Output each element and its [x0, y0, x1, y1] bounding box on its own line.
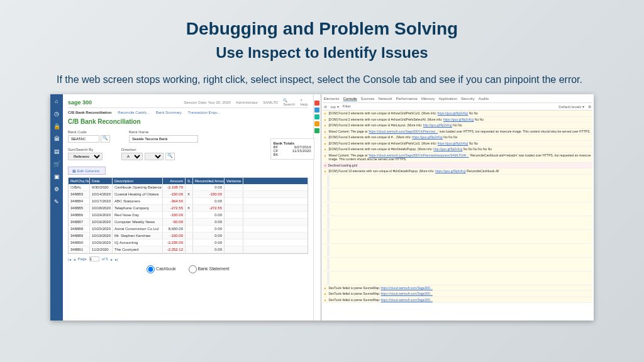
company-name[interactable]: SAMLTD	[263, 101, 278, 104]
table-row[interactable]: 34888310/14/2020Coastal Heating of Ottaw…	[69, 191, 308, 198]
page-input[interactable]	[89, 256, 99, 261]
console-log-row[interactable]: ⊗Declined loading grid	[323, 163, 593, 169]
gear-icon[interactable]: ⚙	[53, 186, 60, 192]
log-link[interactable]: http://goo.gl/9p2vKq)	[423, 123, 452, 127]
search-button[interactable]: 🔍	[165, 153, 175, 160]
column-header[interactable]: Date	[90, 178, 113, 184]
cashbook-radio[interactable]: Cashbook	[147, 265, 175, 273]
console-settings-icon[interactable]: ⚙	[588, 104, 591, 109]
lock-icon[interactable]: 🔒	[53, 123, 60, 129]
table-row[interactable]: 34888810/25/2020Astral Construction Co L…	[69, 226, 308, 233]
console-log-row[interactable]	[323, 202, 593, 216]
console-log-row[interactable]	[323, 175, 593, 189]
log-link[interactable]: https://goo.gl/9p2vKq)	[412, 135, 443, 139]
clock-icon[interactable]: ◷	[53, 111, 60, 117]
console-log-row[interactable]: ▲Mixed Content: The page at 'https://clo…	[323, 129, 593, 135]
console-filter[interactable]: Filter	[343, 104, 351, 109]
devtools-tab-audits[interactable]: Audits	[479, 97, 489, 101]
utility-dot[interactable]	[314, 101, 319, 106]
log-link[interactable]: https://goo.gl/9p2vKq)	[438, 111, 469, 115]
console-log-row[interactable]: ▲[DOM] Found 2 elements with non-unique …	[323, 117, 593, 123]
console-log-row[interactable]: ▲[DOM] Found 10 elements with non-unique…	[323, 168, 593, 175]
table-row[interactable]: 34888510/18/2020Telephone Company-272.55…	[69, 205, 308, 212]
devtools-tab-performance[interactable]: Performance	[396, 97, 418, 101]
log-link[interactable]: https://goo.gl/9p2vKq)	[438, 141, 469, 145]
devtools-tab-network[interactable]: Network	[379, 97, 392, 101]
console-log-row[interactable]	[323, 230, 593, 244]
breadcrumb-item[interactable]: Transaction Enqu...	[188, 111, 221, 114]
log-link[interactable]: https://cloud.wertsoft.com/Sage300...	[381, 298, 433, 302]
utility-dot[interactable]	[314, 107, 319, 112]
folder-icon[interactable]: ▣	[53, 173, 60, 180]
clear-console-icon[interactable]: ⊘	[324, 104, 327, 109]
lookup-icon[interactable]: 🔍	[101, 135, 110, 143]
console-log-row[interactable]: ▲[DOM] Found 6 elements with non-unique …	[323, 146, 593, 153]
direction-select[interactable]: Asc	[121, 153, 143, 160]
log-link[interactable]: https://cloud.wertsoft.com/Sage300/OnPre…	[369, 129, 438, 133]
utility-dot[interactable]	[314, 114, 319, 119]
console-log-row[interactable]: ▲[DOM] Found 2 elements with non-unique …	[323, 111, 593, 117]
devtools-tab-elements[interactable]: Elements	[324, 97, 340, 101]
table-row[interactable]: 34888710/16/2020Computer Weekly News-50.…	[69, 219, 308, 226]
table-row[interactable]: O/BAL9/30/2020Cashbook Opening Balance-2…	[69, 184, 308, 191]
column-header[interactable]: Amount	[163, 178, 186, 184]
cart-icon[interactable]: 🛒	[53, 161, 60, 167]
console-log-row[interactable]: ▲Mixed Content: The page at 'https://clo…	[323, 153, 593, 163]
edit-columns-button[interactable]: ▦ Edit Columns	[68, 167, 106, 175]
log-link[interactable]: https://goo.gl/9p2vKq)	[443, 118, 474, 121]
console-log-row[interactable]: ▲[DOM] Found 2 elements with non-unique …	[323, 123, 593, 129]
utility-dot[interactable]	[314, 128, 319, 133]
console-log-row[interactable]	[323, 216, 593, 230]
log-link[interactable]: https://cloud.wertsoft.com/Sage300...	[381, 286, 433, 290]
column-header[interactable]: S...	[186, 178, 193, 184]
console-log-row[interactable]: ▲[DOM] Found 3 elements with non-unique …	[323, 134, 593, 141]
breadcrumb-item[interactable]: Reconcile Cashb...	[118, 111, 149, 114]
first-page-icon[interactable]: |◂	[68, 257, 71, 261]
bank-icon[interactable]: 🏛	[53, 136, 60, 142]
bank-statement-radio[interactable]: Bank Statement	[189, 265, 230, 273]
devtools-tab-sources[interactable]: Sources	[361, 97, 375, 101]
console-log-row[interactable]: ▲[DOM] Found 2 elements with non-unique …	[323, 141, 593, 147]
help-icon[interactable]: ?Help	[300, 99, 308, 106]
devtools-tab-security[interactable]: Security	[461, 97, 475, 101]
prev-page-icon[interactable]: ◂	[74, 257, 75, 261]
devtools-tab-application[interactable]: Application	[439, 97, 457, 101]
column-header[interactable]: Ref/Chq Nu...	[69, 178, 90, 184]
console-log-row[interactable]	[323, 189, 593, 202]
next-page-icon[interactable]: ▸	[111, 257, 113, 261]
console-log-row[interactable]	[323, 258, 593, 272]
table-row[interactable]: 34888410/17/2020ABC Stationers-364.500.0…	[69, 198, 308, 205]
console-top-label[interactable]: top ▾	[331, 104, 339, 109]
log-link[interactable]: https://cloud.wertsoft.com/Sage300/OnPre…	[369, 153, 469, 157]
sort-select[interactable]: Reference	[68, 153, 103, 160]
table-row[interactable]: 34888910/19/2020Mr. Stephen Kershaw-150.…	[69, 233, 308, 239]
breadcrumb-item[interactable]: Bank Summary	[156, 111, 182, 114]
table-row[interactable]: 34889010/26/2020IQ Accounting-2,235.000.…	[69, 239, 308, 246]
tool-icon[interactable]: ✎	[53, 199, 60, 205]
console-log-row[interactable]	[323, 244, 593, 258]
column-header[interactable]: Variance	[225, 178, 243, 184]
table-row[interactable]: 34888610/29/2020Red Nose Day-150.000.00	[69, 212, 308, 219]
last-page-icon[interactable]: ▸|	[115, 257, 118, 261]
book-icon[interactable]: ▤	[53, 148, 60, 155]
user-name[interactable]: Administrator	[236, 101, 258, 104]
column-header[interactable]: Description	[113, 178, 163, 184]
breadcrumb-item[interactable]: C/B Bank Reconciliation	[68, 111, 111, 114]
utility-dot[interactable]	[314, 121, 319, 126]
log-link[interactable]: https://cloud.wertsoft.com/Sage300...	[381, 292, 433, 295]
devtools-tab-memory[interactable]: Memory	[421, 97, 435, 101]
bank-code-input[interactable]	[68, 135, 99, 143]
log-levels[interactable]: Default levels ▾	[558, 104, 584, 109]
log-link[interactable]: https://goo.gl/9p2vKq)	[435, 169, 466, 173]
console-log-row[interactable]: ▲DevTools failed to parse SourceMap: htt…	[323, 297, 593, 304]
search-icon[interactable]: 🔍Search	[283, 98, 295, 106]
console-log-row[interactable]: ▲DevTools failed to parse SourceMap: htt…	[323, 285, 593, 292]
devtools-tab-console[interactable]: Console	[343, 97, 357, 101]
filter-select[interactable]: All	[145, 153, 164, 160]
console-log-row[interactable]: ▲DevTools failed to parse SourceMap: htt…	[323, 291, 593, 297]
home-icon[interactable]: ⌂	[53, 98, 60, 104]
log-link[interactable]: http://goo.gl/9p2vKq)	[433, 147, 462, 151]
console-log-row[interactable]	[323, 272, 593, 285]
bank-name-input[interactable]	[129, 135, 198, 143]
column-header[interactable]: Reconciled Amount	[193, 178, 225, 184]
